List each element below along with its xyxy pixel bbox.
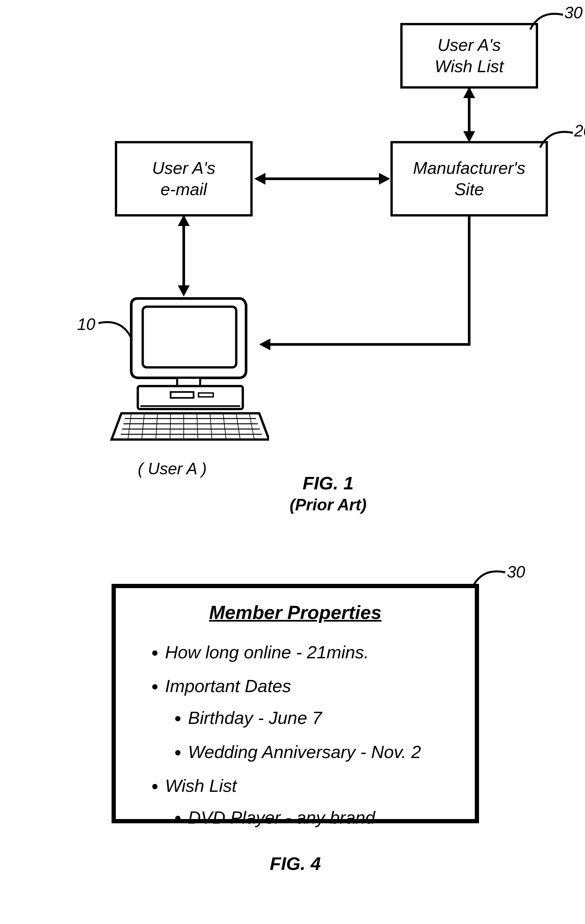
page: User A's Wish List 30 Manufacturer's Sit… — [0, 0, 585, 924]
arrow-email-mfg-line — [263, 177, 380, 180]
ref-label-10: 10 — [77, 315, 96, 334]
user-a-label: ( User A ) — [138, 459, 207, 478]
mp-wishlist-item-0: DVD Player - any brand — [188, 802, 462, 833]
arrow-mfg-user-hline — [269, 343, 471, 346]
mp-date-anniversary: Wedding Anniversary - Nov. 2 — [188, 736, 462, 768]
member-properties-title: Member Properties — [116, 601, 475, 623]
mp-item-dates-label: Important Dates — [165, 676, 291, 696]
arrow-email-user-head-down — [178, 285, 190, 297]
arrow-mfg-user-vline — [468, 216, 471, 345]
mp-item-online: How long online - 21mins. — [165, 636, 462, 668]
svg-rect-0 — [143, 307, 236, 367]
ref-label-30-fig4: 30 — [507, 563, 525, 582]
ref-leader-30 — [527, 7, 566, 33]
manufacturer-box-label: Manufacturer's Site — [413, 157, 525, 200]
manufacturer-box: Manufacturer's Site — [390, 141, 548, 216]
svg-rect-3 — [170, 392, 193, 398]
mp-date-birthday: Birthday - June 7 — [188, 702, 462, 734]
arrow-email-mfg-head-right — [379, 173, 390, 185]
arrow-wish-mfg-head-down — [463, 131, 475, 142]
ref-label-30: 30 — [564, 3, 583, 22]
member-properties-panel: Member Properties How long online - 21mi… — [112, 584, 479, 823]
svg-rect-1 — [177, 378, 200, 386]
arrow-wish-mfg-head-up — [463, 87, 475, 98]
mp-item-wishlist: Wish List DVD Player - any brand — [165, 770, 462, 833]
arrow-email-mfg-head-left — [254, 173, 265, 185]
svg-rect-4 — [198, 393, 213, 397]
arrow-email-user-line — [182, 216, 185, 289]
wishlist-box-label: User A's Wish List — [435, 35, 504, 77]
ref-label-20: 20 — [574, 121, 585, 140]
fig4-caption: FIG. 4 — [230, 853, 361, 874]
member-properties-list: How long online - 21mins. Important Date… — [116, 636, 475, 833]
ref-leader-20 — [537, 125, 576, 151]
email-box-label: User A's e-mail — [152, 157, 216, 200]
arrow-email-user-head-up — [178, 215, 190, 226]
ref-leader-10 — [98, 315, 134, 341]
email-box: User A's e-mail — [115, 141, 253, 216]
fig1-caption: FIG. 1 — [263, 472, 394, 493]
wishlist-box: User A's Wish List — [400, 23, 538, 89]
mp-item-dates: Important Dates Birthday - June 7 Weddin… — [165, 670, 462, 768]
fig1-subcaption: (Prior Art) — [263, 495, 394, 514]
mp-wishlist-label: Wish List — [165, 776, 237, 795]
ref-leader-30-fig4 — [469, 564, 509, 591]
